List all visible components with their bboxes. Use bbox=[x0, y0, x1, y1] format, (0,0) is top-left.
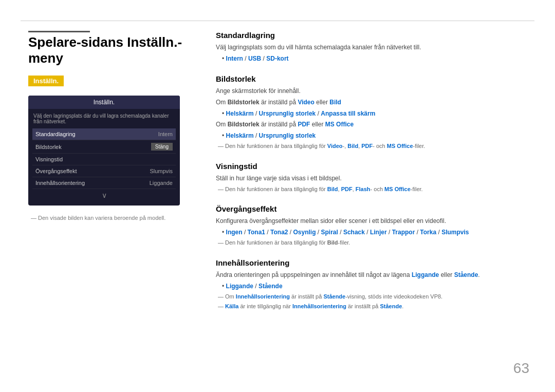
note-pdf-v: PDF bbox=[341, 186, 353, 192]
section-text-standardlagring: Välj lagringsplats som du vill hämta sch… bbox=[216, 43, 534, 52]
menu-item-visningstid: Visningstid bbox=[32, 154, 176, 165]
opt-ingen: Ingen bbox=[226, 229, 243, 236]
option-pdf: PDF bbox=[298, 121, 310, 128]
note-innehallsorientering1: Om Innehållsorientering är inställt på S… bbox=[216, 292, 534, 301]
note-overgangeffekt: Den här funktionen är bara tillgänglig f… bbox=[216, 238, 534, 247]
note-pdf: PDF bbox=[361, 143, 373, 149]
bullet-helskarm1: Helskärm / Ursprunglig storlek / Anpassa… bbox=[222, 109, 534, 118]
opt-helskarm: Helskärm bbox=[226, 110, 254, 117]
note-flash-v: Flash bbox=[356, 186, 371, 192]
option-bild: Bild bbox=[329, 99, 341, 106]
device-screenshot: Inställn. Välj den lagringsplats där du … bbox=[28, 96, 180, 206]
device-header: Inställn. bbox=[28, 96, 180, 109]
page-title: Spelare-sidans Inställn.-meny bbox=[28, 34, 188, 66]
menu-value: Liggande bbox=[150, 180, 173, 186]
opt-trappor: Trappor bbox=[392, 229, 415, 236]
bullet-intern-usb: Intern / USB / SD-kort bbox=[222, 54, 534, 63]
section-standardlagring: Standardlagring Välj lagringsplats som d… bbox=[216, 31, 534, 63]
option-video: Video bbox=[298, 99, 314, 106]
note-bild-o: Bild bbox=[327, 239, 338, 246]
section-bildstorlek: Bildstorlek Ange skärmstorlek för innehå… bbox=[216, 74, 534, 151]
option-msoffice: MS Office bbox=[325, 121, 354, 128]
note-msoffice-v: MS Office bbox=[384, 186, 411, 192]
opt-liggande: Liggande bbox=[412, 271, 439, 278]
opt-osynlig: Osynlig bbox=[293, 229, 316, 236]
note-bild-v: Bild bbox=[327, 186, 338, 192]
menu-value: Intern bbox=[158, 131, 173, 137]
top-border bbox=[21, 21, 534, 21]
menu-label: Övergångseffekt bbox=[35, 168, 77, 174]
menu-value: Slumpvis bbox=[150, 168, 173, 174]
note-msoffice: MS Office bbox=[387, 143, 413, 149]
opt-schack: Schack bbox=[343, 229, 365, 236]
opt-helskarm2: Helskärm bbox=[226, 132, 254, 139]
opt-ursprunglig2: Ursprunglig storlek bbox=[259, 132, 316, 139]
menu-label: Bildstorlek bbox=[35, 144, 62, 150]
bullet-innehallsorientering: Liggande / Stående bbox=[222, 282, 534, 291]
section-title-visningstid: Visningstid bbox=[216, 162, 534, 171]
section-title-innehallsorientering: Innehållsorientering bbox=[216, 258, 534, 267]
opt-liggande2: Liggande bbox=[226, 283, 253, 290]
footnote: Den visade bilden kan variera beroende p… bbox=[28, 215, 188, 221]
stang-button[interactable]: Stäng bbox=[151, 143, 173, 151]
menu-label: Visningstid bbox=[35, 156, 63, 162]
note-innehallsorientering3: Innehållsorientering bbox=[292, 303, 346, 309]
menu-item-innehallsorientering: Innehållsorientering Liggande bbox=[32, 177, 176, 189]
section-text-overgangeffekt: Konfigurera övergångseffekter mellan sid… bbox=[216, 216, 534, 226]
badge: Inställn. bbox=[28, 76, 64, 86]
bildstorlek-line2: Om Bildstorlek är inställd på PDF eller … bbox=[216, 120, 534, 129]
opt-anpassa: Anpassa till skärm bbox=[321, 110, 375, 117]
menu-item-bildstorlek: Bildstorlek Stäng bbox=[32, 140, 176, 154]
menu-item-standardlagring: Standardlagring Intern bbox=[32, 128, 176, 140]
opt-tona2: Tona2 bbox=[270, 229, 288, 236]
section-innehallsorientering: Innehållsorientering Ändra orienteringen… bbox=[216, 258, 534, 311]
opt-staende2: Stående bbox=[258, 283, 283, 290]
note-innehallsorientering2: Källa är inte tillgänglig när Innehållso… bbox=[216, 302, 534, 311]
opt-torka: Torka bbox=[420, 229, 436, 236]
option-intern: Intern bbox=[226, 55, 243, 62]
menu-item-overgangeffekt: Övergångseffekt Slumpvis bbox=[32, 165, 176, 177]
bold-bildstorlek: Bildstorlek bbox=[228, 99, 260, 106]
bullet-helskarm2: Helskärm / Ursprunglig storlek bbox=[222, 131, 534, 140]
right-column: Standardlagring Välj lagringsplats som d… bbox=[216, 31, 534, 322]
bold-bildstorlek2: Bildstorlek bbox=[228, 121, 260, 128]
opt-tona1: Tona1 bbox=[248, 229, 265, 236]
note-bildstorlek: Den här funktionen är bara tillgänglig f… bbox=[216, 142, 534, 151]
device-body: Välj den lagringsplats där du vill lagra… bbox=[28, 109, 180, 206]
opt-ursprunglig: Ursprunglig storlek bbox=[259, 110, 316, 117]
opt-slumpvis: Slumpvis bbox=[441, 229, 469, 236]
note-staende2: Stående bbox=[380, 303, 402, 309]
option-usb: USB bbox=[248, 55, 261, 62]
scroll-chevron: ∨ bbox=[32, 189, 176, 201]
device-subtitle: Välj den lagringsplats där du vill lagra… bbox=[32, 113, 176, 124]
bullet-overgangeffekt: Ingen / Tona1 / Tona2 / Osynlig / Spiral… bbox=[222, 228, 534, 237]
note-visningstid: Den här funktionen är bara tillgänglig f… bbox=[216, 185, 534, 194]
section-text-innehallsorientering: Ändra orienteringen på uppspelningen av … bbox=[216, 270, 534, 279]
section-title-bildstorlek: Bildstorlek bbox=[216, 74, 534, 83]
section-visningstid: Visningstid Ställ in hur länge varje sid… bbox=[216, 162, 534, 194]
opt-staende: Stående bbox=[454, 271, 478, 278]
page-number: 63 bbox=[513, 360, 529, 377]
menu-label: Standardlagring bbox=[35, 131, 76, 137]
section-overgangeffekt: Övergångseffekt Konfigurera övergångseff… bbox=[216, 204, 534, 247]
section-text-visningstid: Ställ in hur länge varje sida visas i et… bbox=[216, 174, 534, 183]
note-kalla: Källa bbox=[225, 303, 238, 309]
title-divider bbox=[28, 31, 90, 32]
menu-label: Innehållsorientering bbox=[35, 180, 85, 186]
opt-spiral: Spiral bbox=[321, 229, 338, 236]
left-column: Spelare-sidans Inställn.-meny Inställn. … bbox=[28, 31, 188, 221]
section-title-overgangeffekt: Övergångseffekt bbox=[216, 204, 534, 213]
note-innehallsorientering: Innehållsorientering bbox=[236, 293, 290, 300]
option-sdkort: SD-kort bbox=[266, 55, 288, 62]
note-staende: Stående bbox=[323, 293, 345, 300]
section-title-standardlagring: Standardlagring bbox=[216, 31, 534, 40]
opt-linjer: Linjer bbox=[370, 229, 387, 236]
bildstorlek-line1: Om Bildstorlek är inställd på Video elle… bbox=[216, 98, 534, 107]
section-text-bildstorlek: Ange skärmstorlek för innehåll. bbox=[216, 86, 534, 96]
note-bild: Bild bbox=[347, 143, 358, 149]
note-video: Video bbox=[327, 143, 343, 149]
